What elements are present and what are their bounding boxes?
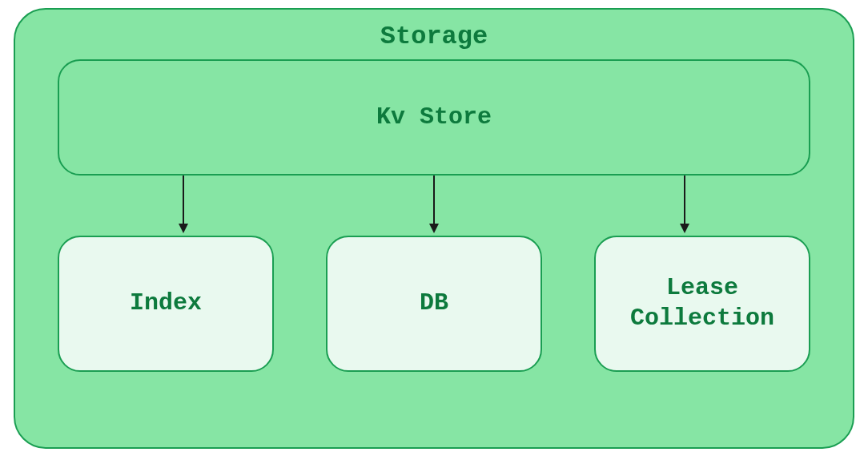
svg-marker-1 bbox=[179, 224, 188, 233]
arrow-to-index bbox=[75, 176, 291, 236]
children-row: Index DB Lease Collection bbox=[58, 236, 810, 372]
storage-container: Storage Kv Store Index DB bbox=[14, 8, 854, 449]
svg-marker-3 bbox=[429, 224, 439, 233]
kv-store-box: Kv Store bbox=[58, 59, 810, 176]
index-label: Index bbox=[130, 289, 202, 319]
arrows-row bbox=[58, 176, 810, 236]
arrow-down-icon bbox=[175, 176, 191, 236]
storage-title: Storage bbox=[35, 22, 833, 51]
db-label: DB bbox=[420, 289, 448, 319]
svg-marker-5 bbox=[680, 224, 689, 233]
arrow-to-lease-collection bbox=[577, 176, 793, 236]
arrow-down-icon bbox=[426, 176, 442, 236]
kv-store-label: Kv Store bbox=[376, 103, 492, 131]
lease-collection-label: Lease Collection bbox=[604, 273, 801, 333]
index-box: Index bbox=[58, 236, 274, 372]
lease-collection-box: Lease Collection bbox=[594, 236, 810, 372]
db-box: DB bbox=[326, 236, 542, 372]
arrow-to-db bbox=[326, 176, 542, 236]
arrow-down-icon bbox=[677, 176, 693, 236]
